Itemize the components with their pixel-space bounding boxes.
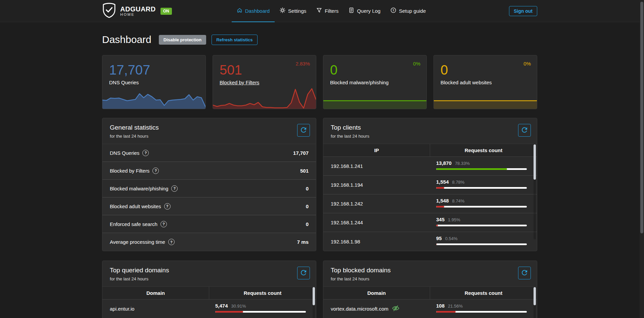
sign-out-button[interactable]: Sign out: [509, 6, 537, 16]
stat-card-blocked-adult: 0% 0 Blocked adult websites: [433, 55, 537, 109]
panel-scrollbar-thumb[interactable]: [534, 144, 536, 180]
stat-label-text: Blocked by Filters: [110, 168, 149, 174]
nav-label: Query Log: [357, 8, 380, 14]
stat-value: 0: [306, 203, 309, 209]
table-row: 192.168.1.241 13,87078.33%: [323, 157, 537, 176]
help-icon[interactable]: ?: [171, 185, 178, 192]
card-percent: 0%: [523, 61, 531, 66]
domain-name[interactable]: api.entur.io: [102, 300, 209, 318]
column-header-ip[interactable]: IP: [323, 144, 430, 156]
blocked-malware-sparkline: [323, 87, 426, 109]
requests-bar-fill: [215, 311, 243, 313]
stat-value: 501: [300, 168, 309, 174]
help-icon[interactable]: ?: [142, 150, 149, 156]
column-header-requests-count[interactable]: Requests count: [209, 287, 316, 299]
help-icon[interactable]: ?: [168, 239, 175, 245]
nav-item-setup-guide[interactable]: ? Setup guide: [385, 0, 431, 22]
top-queried-rows: api.entur.io 5,47430.91%: [102, 300, 316, 318]
nav-item-dashboard[interactable]: Dashboard: [232, 0, 275, 22]
requests-bar: [436, 168, 527, 170]
table-row: 192.168.1.242 1,5488.74%: [323, 194, 537, 213]
card-percent: 0%: [413, 61, 420, 66]
page-scrollbar-thumb[interactable]: [640, 2, 643, 233]
general-statistics-panel: General statistics for the last 24 hours…: [102, 118, 316, 251]
nav-label: Setup guide: [399, 8, 426, 14]
help-icon[interactable]: ?: [152, 168, 159, 174]
stat-card-blocked-by-filters: 2.83% 501 Blocked by Filters: [213, 55, 316, 109]
refresh-general-statistics-button[interactable]: [297, 124, 310, 137]
requests-count: 13,870: [436, 160, 452, 166]
refresh-icon: [522, 270, 527, 276]
stat-row: Average processing time? 7 ms: [102, 233, 316, 251]
column-header-domain[interactable]: Domain: [102, 287, 209, 299]
requests-bar: [436, 187, 527, 189]
page-scrollbar[interactable]: [640, 0, 644, 318]
column-header-requests-count[interactable]: Requests count: [430, 287, 537, 299]
table-header: IP Requests count: [323, 144, 537, 157]
table-header: Domain Requests count: [323, 287, 537, 300]
tracker-eye-off-icon[interactable]: [392, 305, 400, 313]
client-ip[interactable]: 192.168.1.194: [323, 176, 430, 194]
home-icon: [237, 7, 242, 14]
stat-value: 17,707: [293, 150, 309, 156]
client-ip[interactable]: 192.168.1.244: [323, 213, 430, 232]
document-icon: [349, 7, 354, 14]
table-row: vortex.data.microsoft.com 10821.56%: [323, 300, 537, 318]
help-icon[interactable]: ?: [164, 203, 171, 210]
card-value: 0: [330, 63, 420, 77]
nav-item-filters[interactable]: Filters: [311, 0, 343, 22]
stat-card-blocked-malware: 0% 0 Blocked malware/phishing: [323, 55, 427, 109]
card-value: 17,707: [109, 63, 199, 77]
requests-count: 108: [436, 303, 445, 309]
refresh-icon: [301, 127, 306, 134]
client-ip[interactable]: 192.168.1.241: [323, 157, 430, 175]
requests-count: 95: [436, 235, 442, 241]
refresh-icon: [522, 127, 527, 134]
requests-percent: 30.91%: [231, 304, 246, 309]
refresh-statistics-button[interactable]: Refresh statistics: [212, 35, 257, 45]
requests-count: 1,548: [436, 198, 449, 203]
requests-bar-fill: [436, 243, 436, 245]
protection-status-badge: ON: [160, 8, 172, 15]
column-header-requests-count[interactable]: Requests count: [430, 144, 537, 156]
refresh-top-queried-button[interactable]: [297, 267, 310, 279]
table-row: 192.168.1.244 3451.95%: [323, 213, 537, 232]
stat-value: 0: [306, 221, 309, 227]
brand-subtitle: HOME: [120, 12, 156, 17]
panel-scrollbar-thumb[interactable]: [313, 287, 315, 305]
blocked-by-filters-link[interactable]: Blocked by Filters: [220, 80, 309, 85]
question-circle-icon: ?: [390, 7, 396, 14]
stat-label-text: Enforced safe search: [110, 221, 157, 227]
top-queried-domains-panel: Top queried domains for the last 24 hour…: [102, 261, 316, 318]
dns-queries-sparkline: [102, 87, 205, 109]
nav-item-settings[interactable]: Settings: [275, 0, 311, 22]
help-icon[interactable]: ?: [160, 221, 167, 227]
panel-title: General statistics: [110, 124, 309, 131]
requests-percent: 8.74%: [452, 198, 465, 203]
client-ip[interactable]: 192.168.1.242: [323, 194, 430, 213]
panel-title: Top clients: [331, 124, 530, 131]
requests-percent: 0.54%: [445, 236, 458, 241]
refresh-top-blocked-button[interactable]: [518, 267, 531, 279]
stat-value: 7 ms: [297, 239, 309, 245]
stat-label-text: Blocked adult websites: [110, 203, 161, 209]
page-title-row: Dashboard Disable protection Refresh sta…: [102, 32, 537, 47]
requests-bar-fill: [436, 206, 444, 208]
funnel-icon: [316, 7, 322, 14]
panel-scrollbar-thumb[interactable]: [534, 287, 536, 305]
adguard-home-logo[interactable]: ADGUARD HOME ON: [102, 3, 172, 19]
refresh-top-clients-button[interactable]: [518, 124, 531, 137]
domain-name[interactable]: vortex.data.microsoft.com: [331, 306, 388, 312]
blocked-adult-sparkline: [434, 87, 537, 109]
brand-title: ADGUARD: [120, 6, 156, 12]
panel-scrollbar-track: [534, 287, 536, 318]
refresh-icon: [301, 270, 306, 276]
nav-label: Dashboard: [245, 8, 270, 14]
panel-scrollbar-track: [534, 144, 536, 239]
blocked-by-filters-sparkline: [213, 87, 316, 109]
adguard-home-dashboard: ADGUARD HOME ON Dashboard Settings: [0, 0, 644, 318]
column-header-domain[interactable]: Domain: [323, 287, 430, 299]
disable-protection-button[interactable]: Disable protection: [159, 35, 206, 45]
nav-item-query-log[interactable]: Query Log: [343, 0, 385, 22]
client-ip[interactable]: 192.168.1.98: [323, 232, 430, 251]
